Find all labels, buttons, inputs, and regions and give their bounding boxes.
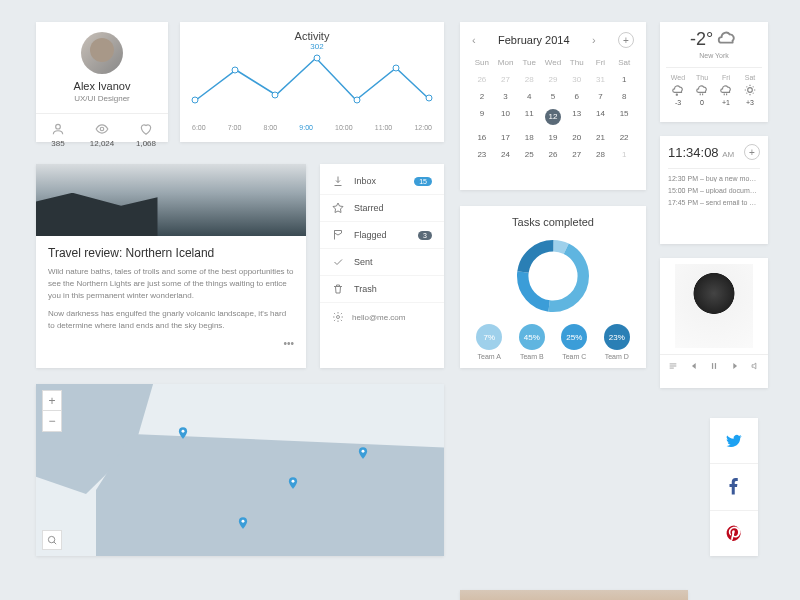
- activity-card: Activity 302 6:007:008:009:0010:0011:001…: [180, 22, 444, 142]
- video-frame[interactable]: [460, 590, 688, 600]
- svg-point-16: [337, 316, 340, 319]
- cal-day[interactable]: 23: [472, 150, 492, 159]
- mail-item-starred[interactable]: Starred: [320, 195, 444, 222]
- map-pin-2[interactable]: [286, 474, 300, 492]
- cal-day-dim[interactable]: 27: [496, 75, 516, 84]
- stat-likes[interactable]: 1,068: [124, 114, 168, 156]
- next-icon[interactable]: [730, 361, 740, 371]
- cal-day[interactable]: 6: [567, 92, 587, 101]
- search-icon: [47, 535, 58, 546]
- cal-day[interactable]: 5: [543, 92, 563, 101]
- article-more[interactable]: •••: [48, 338, 294, 349]
- clock-add[interactable]: +: [744, 144, 760, 160]
- mail-card: Inbox15StarredFlagged3SentTrash hello@me…: [320, 164, 444, 368]
- cal-day[interactable]: 17: [496, 133, 516, 142]
- task-team[interactable]: 45%Team B: [513, 324, 552, 360]
- map-pin-3[interactable]: [356, 444, 370, 462]
- weather-temp: -2°: [690, 29, 713, 50]
- mail-icon: [332, 175, 344, 187]
- cal-day[interactable]: 7: [591, 92, 611, 101]
- zoom-out[interactable]: −: [43, 411, 61, 431]
- cal-day[interactable]: 14: [591, 109, 611, 125]
- mail-item-flagged[interactable]: Flagged3: [320, 222, 444, 249]
- cal-day[interactable]: 24: [496, 150, 516, 159]
- weather-icon: [671, 83, 685, 97]
- mail-icon: [332, 256, 344, 268]
- cal-day[interactable]: 18: [519, 133, 539, 142]
- cal-prev[interactable]: ‹: [472, 34, 476, 46]
- cal-dow: Tue: [519, 58, 539, 67]
- stat-views[interactable]: 12,024: [80, 114, 124, 156]
- stat-followers[interactable]: 385: [36, 114, 80, 156]
- cal-day-dim[interactable]: 30: [567, 75, 587, 84]
- map-pin-1[interactable]: [176, 424, 190, 442]
- activity-chart: 302: [188, 50, 436, 120]
- facebook-button[interactable]: [710, 464, 758, 510]
- cal-day-dim[interactable]: 28: [519, 75, 539, 84]
- cal-day-dim[interactable]: 31: [591, 75, 611, 84]
- cal-day[interactable]: 19: [543, 133, 563, 142]
- cal-day[interactable]: 12: [545, 109, 561, 125]
- cal-day[interactable]: 22: [614, 133, 634, 142]
- forecast-day[interactable]: Sat+3: [738, 74, 762, 106]
- cal-dow: Sat: [614, 58, 634, 67]
- cal-day[interactable]: 11: [519, 109, 539, 125]
- task-team[interactable]: 23%Team D: [598, 324, 637, 360]
- pause-icon[interactable]: [709, 361, 719, 371]
- cal-day[interactable]: 9: [472, 109, 492, 125]
- map-search[interactable]: [42, 530, 62, 550]
- cal-day[interactable]: 21: [591, 133, 611, 142]
- forecast-day[interactable]: Wed-3: [666, 74, 690, 106]
- cal-day[interactable]: 25: [519, 150, 539, 159]
- svg-point-2: [676, 94, 677, 95]
- clock-event[interactable]: 17:45 PM – send email to Rachel: [668, 199, 760, 206]
- svg-point-31: [242, 520, 245, 523]
- mail-item-inbox[interactable]: Inbox15: [320, 168, 444, 195]
- cal-day[interactable]: 26: [543, 150, 563, 159]
- mail-item-trash[interactable]: Trash: [320, 276, 444, 303]
- cal-day[interactable]: 3: [496, 92, 516, 101]
- music-player: [660, 258, 768, 388]
- cal-day[interactable]: 1: [614, 75, 634, 84]
- cal-day[interactable]: 4: [519, 92, 539, 101]
- svg-line-14: [747, 93, 748, 94]
- cal-dow: Thu: [567, 58, 587, 67]
- article-p1: Wild nature baths, tales of trolls and s…: [48, 266, 294, 302]
- forecast-day[interactable]: Fri+1: [714, 74, 738, 106]
- album-art: [675, 264, 753, 348]
- clock-event[interactable]: 15:00 PM – upload documents for...: [668, 187, 760, 194]
- cal-dow: Fri: [591, 58, 611, 67]
- cal-day[interactable]: 2: [472, 92, 492, 101]
- mail-item-sent[interactable]: Sent: [320, 249, 444, 276]
- cal-day[interactable]: 27: [567, 150, 587, 159]
- cal-day[interactable]: 15: [614, 109, 634, 125]
- map-card[interactable]: + −: [36, 384, 444, 556]
- cal-day-dim[interactable]: 26: [472, 75, 492, 84]
- cal-day[interactable]: 28: [591, 150, 611, 159]
- cal-day[interactable]: 8: [614, 92, 634, 101]
- pinterest-button[interactable]: [710, 511, 758, 556]
- cal-add[interactable]: +: [618, 32, 634, 48]
- cal-day-dim[interactable]: 1: [614, 150, 634, 159]
- avatar[interactable]: [81, 32, 123, 74]
- volume-icon[interactable]: [750, 361, 760, 371]
- svg-line-12: [747, 87, 748, 88]
- tasks-donut: [513, 236, 593, 316]
- weather-icon: [695, 83, 709, 97]
- map-pin-4[interactable]: [236, 514, 250, 532]
- cal-next[interactable]: ›: [592, 34, 596, 46]
- mail-footer[interactable]: hello@me.com: [320, 303, 444, 331]
- playlist-icon[interactable]: [668, 361, 678, 371]
- clock-event[interactable]: 12:30 PM – buy a new mouse: [668, 168, 760, 182]
- zoom-in[interactable]: +: [43, 391, 61, 411]
- cal-day[interactable]: 20: [567, 133, 587, 142]
- cal-day[interactable]: 13: [567, 109, 587, 125]
- task-team[interactable]: 7%Team A: [470, 324, 509, 360]
- task-team[interactable]: 25%Team C: [555, 324, 594, 360]
- forecast-day[interactable]: Thu0: [690, 74, 714, 106]
- cal-day[interactable]: 16: [472, 133, 492, 142]
- cal-day-dim[interactable]: 29: [543, 75, 563, 84]
- twitter-button[interactable]: [710, 418, 758, 464]
- prev-icon[interactable]: [689, 361, 699, 371]
- cal-day[interactable]: 10: [496, 109, 516, 125]
